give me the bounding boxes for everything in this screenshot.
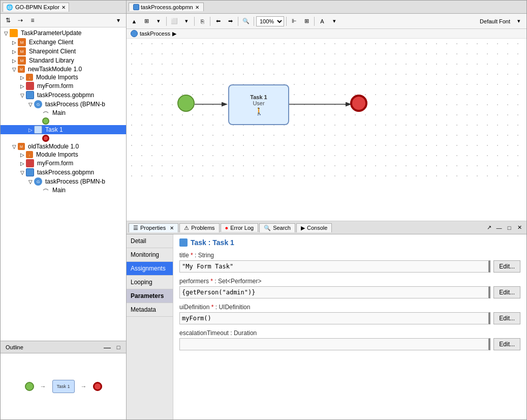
align-button[interactable]: ⊞: [141, 16, 152, 27]
minimize-outline[interactable]: —: [102, 342, 113, 353]
sidebar-item-parameters[interactable]: Parameters: [127, 289, 173, 303]
prop-row-performers: performers * : Set<Performer> Edit...: [179, 278, 520, 298]
close-editor-tab[interactable]: ✕: [195, 5, 199, 10]
shape-dropdown[interactable]: ▾: [181, 16, 192, 27]
tree-toggle[interactable]: ▽: [27, 179, 34, 185]
tree-item-main2[interactable]: Main: [1, 186, 126, 194]
tab-properties[interactable]: ☰ Properties ✕: [129, 223, 178, 232]
tree-toggle[interactable]: ▷: [27, 127, 34, 133]
menu-button[interactable]: ▾: [113, 15, 124, 26]
tree-item-myform2[interactable]: ▷ myForm.form: [1, 159, 126, 168]
font-select-dropdown[interactable]: ▾: [513, 16, 524, 27]
tab-problems[interactable]: ⚠ Problems: [179, 223, 219, 232]
prop-input-row-performers: Edit...: [179, 286, 520, 298]
align-dropdown[interactable]: ▾: [153, 16, 164, 27]
props-maximize-btn[interactable]: □: [504, 223, 514, 233]
tree-item-oldtaskmodule[interactable]: ▽ M oldTaskModule 1.0: [1, 142, 126, 151]
tree-item-sharepoint-client[interactable]: ▷ M Sharepoint Client: [1, 47, 126, 56]
tree-item-taskprocess-bpmn[interactable]: ▽ G taskProcess (BPMN-b: [1, 100, 126, 109]
bpmn-canvas[interactable]: taskProcess ▶: [127, 29, 526, 221]
maximize-outline[interactable]: □: [113, 342, 124, 353]
tree-toggle[interactable]: ▷: [19, 75, 26, 80]
tree-toggle[interactable]: ▽: [11, 67, 18, 72]
prop-edit-btn-title[interactable]: Edit...: [493, 260, 520, 273]
sort-button[interactable]: ⇅: [3, 15, 14, 26]
copy-button[interactable]: ⎘: [197, 16, 208, 27]
grid-toggle[interactable]: ⊞: [301, 16, 312, 27]
tree-item-taskparameterupdate[interactable]: ▽ TaskParameterUpdate: [1, 28, 126, 38]
link-button[interactable]: ⇢: [15, 15, 26, 26]
tree-item-module-imports[interactable]: ▷ ↓ Module Imports: [1, 73, 126, 81]
tree-toggle[interactable]: ▽: [19, 93, 26, 98]
tree-label: myForm.form: [37, 160, 73, 167]
tree-item-standard-library[interactable]: ▷ M Standard Library: [1, 56, 126, 65]
tree-item-module-imports2[interactable]: ▷ ↓ Module Imports: [1, 151, 126, 159]
back-button[interactable]: ▲: [129, 16, 140, 27]
sidebar-item-monitoring[interactable]: Monitoring: [127, 248, 173, 262]
bpmn-task-person-icon: 🚶: [255, 107, 263, 115]
props-close-btn[interactable]: ✕: [514, 223, 524, 233]
close-properties-tab[interactable]: ✕: [170, 225, 174, 231]
tree-item-main[interactable]: Main: [1, 109, 126, 117]
tree-item-taskprocess-gobpmn2[interactable]: ▽ taskProcess.gobpmn: [1, 168, 126, 177]
bpmn-end-event[interactable]: [350, 95, 367, 112]
shape-button[interactable]: ⬜: [169, 16, 180, 27]
tree-item-exchange-client[interactable]: ▷ M Exchange Client: [1, 38, 126, 47]
sidebar-item-metadata[interactable]: Metadata: [127, 303, 173, 317]
props-export-btn[interactable]: ↗: [484, 223, 494, 233]
tree-item-task1[interactable]: ▷ Task 1: [1, 125, 126, 134]
breadcrumb-process[interactable]: taskProcess: [140, 31, 170, 37]
props-minimize-btn[interactable]: —: [494, 223, 504, 233]
bpmn-task-box[interactable]: Task 1 User 🚶: [228, 84, 289, 125]
tree-item-newtaskmodule[interactable]: ▽ M newTaskModule 1.0: [1, 65, 126, 73]
arrow-left[interactable]: ⬅: [212, 16, 224, 27]
prop-row-uidefinition: uiDefinition * : UIDefinition Edit...: [179, 304, 520, 324]
tree-item-taskprocess-bpmn2[interactable]: ▽ G taskProcess (BPMN-b: [1, 177, 126, 186]
tree-toggle[interactable]: ▽: [3, 31, 10, 36]
tab-error-log[interactable]: ● Error Log: [221, 223, 259, 232]
tree-toggle[interactable]: ▽: [27, 102, 34, 107]
prop-input-title[interactable]: [179, 260, 490, 273]
prop-edit-btn-performers[interactable]: Edit...: [493, 286, 520, 298]
collapse-button[interactable]: ≡: [27, 15, 38, 26]
ruler-toggle[interactable]: ⊩: [289, 16, 300, 27]
prop-input-uidefinition[interactable]: [179, 312, 490, 324]
tab-search[interactable]: 🔍 Search: [259, 223, 295, 232]
sidebar-item-assignments[interactable]: Assignments: [127, 262, 173, 276]
tree-toggle[interactable]: ▷: [19, 83, 26, 89]
prop-edit-btn-uidefinition[interactable]: Edit...: [493, 312, 520, 324]
prop-label-title: title * : String: [179, 252, 520, 259]
zoom-select[interactable]: 100% 75% 150%: [256, 16, 284, 26]
tree-item-myform[interactable]: ▷ myForm.form: [1, 81, 126, 91]
tree-toggle[interactable]: ▷: [11, 49, 18, 54]
tree-toggle[interactable]: ▷: [11, 40, 18, 45]
outline-tab[interactable]: Outline: [3, 343, 26, 351]
tree-toggle[interactable]: ▷: [19, 152, 26, 158]
zoom-out[interactable]: 🔍: [240, 16, 252, 27]
left-panel-tab[interactable]: 🌐 GO-BPMN Explor ✕: [3, 3, 69, 12]
sidebar-item-looping[interactable]: Looping: [127, 276, 173, 289]
tree-toggle[interactable]: ▽: [19, 170, 26, 175]
tree-toggle[interactable]: ▷: [11, 58, 18, 64]
module-icon: M: [18, 38, 26, 46]
search-icon: 🔍: [264, 225, 271, 231]
prop-input-escalation[interactable]: [179, 338, 490, 350]
arrow-right[interactable]: ➡: [225, 16, 236, 27]
tree-toggle[interactable]: ▷: [19, 161, 26, 166]
canvas-area[interactable]: Task 1 User 🚶: [127, 39, 526, 181]
prop-edit-btn-escalation[interactable]: Edit...: [493, 338, 520, 350]
font-button[interactable]: A: [317, 16, 328, 27]
tab-console[interactable]: ▶ Console: [296, 223, 332, 232]
prop-input-row-title: Edit...: [179, 260, 520, 273]
tree-item-start-event[interactable]: [1, 117, 126, 125]
tree-toggle[interactable]: ▽: [11, 144, 18, 149]
tree-item-taskprocess-gobpmn[interactable]: ▽ taskProcess.gobpmn: [1, 91, 126, 100]
sidebar-item-detail[interactable]: Detail: [127, 234, 173, 248]
bpmn-start-event[interactable]: [177, 95, 195, 112]
editor-tab-taskprocess[interactable]: taskProcess.gobpmn ✕: [129, 3, 204, 11]
tree-item-end-event[interactable]: [1, 134, 126, 142]
close-left-tab[interactable]: ✕: [61, 5, 66, 10]
tab-label: GO-BPMN Explor: [15, 4, 59, 10]
font-dropdown[interactable]: ▾: [329, 16, 340, 27]
prop-input-performers[interactable]: [179, 286, 490, 298]
